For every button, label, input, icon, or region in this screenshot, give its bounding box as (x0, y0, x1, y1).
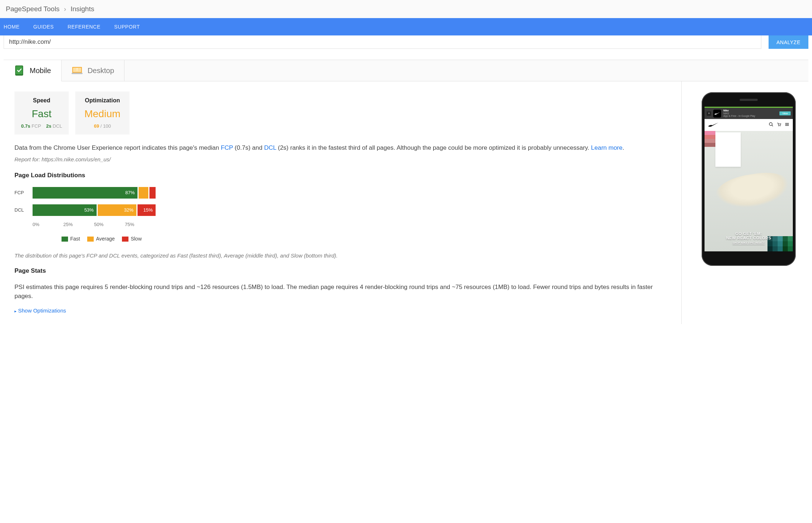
banner-sub1: NIKE (723, 112, 777, 115)
opt-score-max: / 100 (99, 123, 111, 129)
banner-sub2: App is Free - In Google Play (723, 115, 777, 118)
seg-dcl-avg: 32% (98, 204, 136, 216)
dist-caption: The distribution of this page's FCP and … (14, 252, 671, 259)
axis-25: 25% (63, 222, 94, 227)
tab-mobile-label: Mobile (30, 67, 51, 75)
url-input[interactable] (4, 35, 761, 49)
summary-mid2: (2s) ranks it in the fastest third of al… (276, 144, 591, 151)
legend-slow-label: Slow (131, 236, 141, 242)
seg-fcp-fast: 87% (33, 187, 138, 199)
fcp-value: 0.7s (21, 123, 30, 129)
speed-card: Speed Fast 0.7s FCP 2s DCL (14, 92, 69, 135)
stats-body: PSI estimates this page requires 5 rende… (14, 282, 671, 301)
nike-swoosh-icon (708, 121, 718, 129)
svg-text:!: ! (76, 67, 78, 72)
menu-icon (785, 122, 789, 128)
summary-mid1: (0.7s) and (233, 144, 264, 151)
svg-point-6 (769, 123, 772, 126)
nav-home[interactable]: HOME (0, 18, 30, 35)
navbar: HOME GUIDES REFERENCE SUPPORT (0, 18, 812, 35)
triangle-right-icon: ▸ (14, 309, 17, 313)
dist-legend: Fast Average Slow (62, 236, 671, 242)
fcp-link[interactable]: FCP (221, 144, 233, 151)
axis-50: 50% (94, 222, 125, 227)
banner-view-button: View (779, 111, 791, 115)
dist-row-label-fcp: FCP (14, 190, 33, 195)
hero-line1: GO GET 'EM: (705, 231, 793, 236)
opt-score: 69 (94, 123, 99, 129)
seg-fcp-slow (149, 187, 156, 199)
legend-avg-label: Average (96, 236, 115, 242)
nav-guides[interactable]: GUIDES (30, 18, 64, 35)
close-icon: ✕ (707, 111, 711, 116)
banner-title: Nike (723, 109, 777, 112)
svg-point-9 (780, 126, 781, 126)
legend-fast: Fast (62, 236, 80, 242)
phone-screen: ✕ Nike NIKE App is Free - In Google Play… (705, 107, 793, 251)
search-row: ANALYZE (0, 35, 812, 52)
optimization-card: Optimization Medium 69 / 100 (75, 92, 130, 135)
paper-decoration (715, 132, 741, 167)
phone-mock: ✕ Nike NIKE App is Free - In Google Play… (702, 92, 796, 266)
svg-line-7 (772, 125, 773, 126)
breadcrumb-root[interactable]: PageSpeed Tools (6, 5, 60, 13)
hero-line2: NEW REACT COLORS (705, 236, 793, 240)
svg-rect-4 (72, 73, 83, 74)
desktop-warn-icon: ! (72, 65, 83, 76)
dist-bar-dcl: 53% 32% 15% (33, 204, 156, 216)
nav-support[interactable]: SUPPORT (111, 18, 150, 35)
report-for: Report for: https://m.nike.com/us/en_us/ (14, 156, 671, 162)
axis-75: 75% (125, 222, 156, 227)
show-optimizations-link[interactable]: Show Optimizations (18, 307, 66, 314)
nike-swoosh-icon (713, 110, 721, 118)
summary-dot: . (622, 144, 624, 151)
svg-point-8 (778, 126, 779, 126)
dist-heading: Page Load Distributions (14, 172, 671, 179)
fcp-label: FCP (31, 123, 41, 129)
breadcrumb: PageSpeed Tools › Insights (0, 0, 812, 18)
legend-avg: Average (87, 236, 115, 242)
site-topbar (705, 119, 793, 131)
speed-card-value: Fast (21, 108, 62, 120)
legend-fast-label: Fast (70, 236, 80, 242)
seg-dcl-slow: 15% (138, 204, 156, 216)
breadcrumb-leaf[interactable]: Insights (71, 5, 94, 13)
shoe-image (714, 169, 791, 212)
swatch-avg-icon (87, 237, 94, 242)
tab-desktop[interactable]: ! Desktop (62, 60, 124, 81)
app-install-banner: ✕ Nike NIKE App is Free - In Google Play… (705, 108, 793, 119)
hero-cta: SHOP NIKE EPIC REACT (705, 242, 793, 244)
main-content: Speed Fast 0.7s FCP 2s DCL Optimization … (4, 81, 682, 324)
chevron-right-icon: › (64, 5, 66, 13)
phone-speaker-icon (740, 99, 758, 101)
summary-pre: Data from the Chrome User Experience rep… (14, 144, 221, 151)
legend-slow: Slow (122, 236, 141, 242)
nav-reference[interactable]: REFERENCE (64, 18, 111, 35)
speed-card-title: Speed (21, 97, 62, 104)
dist-row-label-dcl: DCL (14, 207, 33, 213)
dist-chart: FCP 87% DCL 53% 32% 15% 0% 25% 50% (14, 187, 671, 242)
seg-dcl-fast: 53% (33, 204, 97, 216)
cart-icon (777, 122, 781, 128)
seg-fcp-avg (139, 187, 148, 199)
analyze-button[interactable]: ANALYZE (769, 35, 808, 49)
palette-swatch-icon (705, 131, 715, 147)
learn-more-link[interactable]: Learn more (591, 144, 622, 151)
hero-image: GO GET 'EM: NEW REACT COLORS SHOP NIKE E… (705, 131, 793, 251)
dist-bar-fcp: 87% (33, 187, 156, 199)
swatch-fast-icon (62, 237, 68, 242)
opt-card-value: Medium (82, 108, 123, 120)
opt-card-sub: 69 / 100 (82, 123, 123, 129)
preview-column: ✕ Nike NIKE App is Free - In Google Play… (689, 81, 808, 324)
dcl-value: 2s (46, 123, 51, 129)
svg-rect-1 (16, 66, 22, 74)
dcl-link[interactable]: DCL (264, 144, 276, 151)
tab-desktop-label: Desktop (88, 67, 114, 75)
tab-mobile[interactable]: Mobile (4, 60, 62, 81)
axis-0: 0% (33, 222, 63, 227)
stats-heading: Page Stats (14, 267, 671, 275)
hero-text: GO GET 'EM: NEW REACT COLORS SHOP NIKE E… (705, 231, 793, 244)
device-tabs: Mobile ! Desktop (4, 60, 808, 81)
dcl-label: DCL (53, 123, 62, 129)
mobile-check-icon (14, 65, 25, 76)
